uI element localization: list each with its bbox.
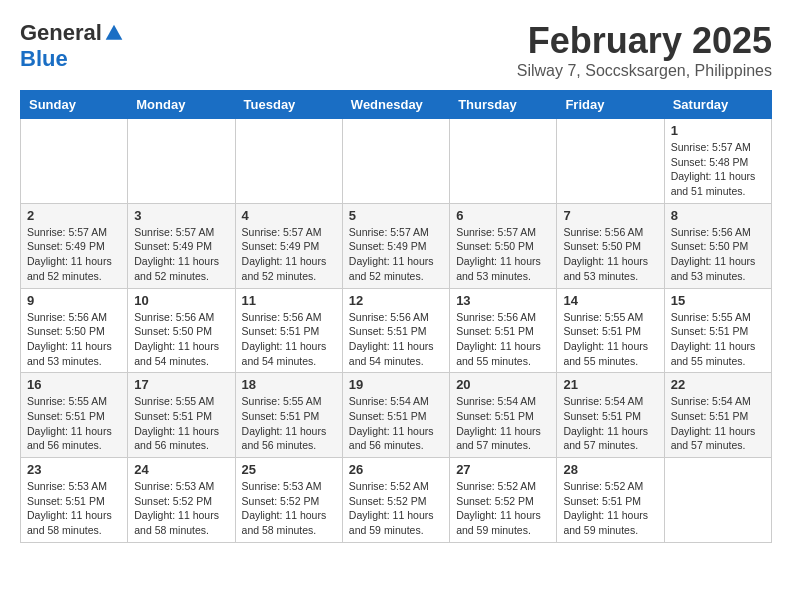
day-info: Sunrise: 5:55 AM Sunset: 5:51 PM Dayligh… [671, 310, 765, 369]
calendar: SundayMondayTuesdayWednesdayThursdayFrid… [20, 90, 772, 543]
day-number: 10 [134, 293, 228, 308]
day-number: 6 [456, 208, 550, 223]
day-number: 7 [563, 208, 657, 223]
day-info: Sunrise: 5:57 AM Sunset: 5:49 PM Dayligh… [242, 225, 336, 284]
calendar-header-thursday: Thursday [450, 91, 557, 119]
calendar-cell: 20Sunrise: 5:54 AM Sunset: 5:51 PM Dayli… [450, 373, 557, 458]
calendar-cell: 18Sunrise: 5:55 AM Sunset: 5:51 PM Dayli… [235, 373, 342, 458]
logo: General Blue [20, 20, 124, 72]
day-number: 28 [563, 462, 657, 477]
calendar-cell: 10Sunrise: 5:56 AM Sunset: 5:50 PM Dayli… [128, 288, 235, 373]
day-info: Sunrise: 5:56 AM Sunset: 5:51 PM Dayligh… [456, 310, 550, 369]
calendar-cell: 26Sunrise: 5:52 AM Sunset: 5:52 PM Dayli… [342, 458, 449, 543]
day-info: Sunrise: 5:52 AM Sunset: 5:51 PM Dayligh… [563, 479, 657, 538]
calendar-week-3: 9Sunrise: 5:56 AM Sunset: 5:50 PM Daylig… [21, 288, 772, 373]
calendar-cell [450, 119, 557, 204]
calendar-cell [557, 119, 664, 204]
calendar-cell: 19Sunrise: 5:54 AM Sunset: 5:51 PM Dayli… [342, 373, 449, 458]
day-number: 24 [134, 462, 228, 477]
day-info: Sunrise: 5:57 AM Sunset: 5:48 PM Dayligh… [671, 140, 765, 199]
day-number: 17 [134, 377, 228, 392]
day-info: Sunrise: 5:52 AM Sunset: 5:52 PM Dayligh… [349, 479, 443, 538]
calendar-header-row: SundayMondayTuesdayWednesdayThursdayFrid… [21, 91, 772, 119]
calendar-cell: 5Sunrise: 5:57 AM Sunset: 5:49 PM Daylig… [342, 203, 449, 288]
calendar-cell: 13Sunrise: 5:56 AM Sunset: 5:51 PM Dayli… [450, 288, 557, 373]
day-number: 22 [671, 377, 765, 392]
calendar-header-sunday: Sunday [21, 91, 128, 119]
calendar-header-monday: Monday [128, 91, 235, 119]
day-number: 27 [456, 462, 550, 477]
day-number: 2 [27, 208, 121, 223]
day-info: Sunrise: 5:53 AM Sunset: 5:52 PM Dayligh… [134, 479, 228, 538]
calendar-cell [235, 119, 342, 204]
calendar-cell: 23Sunrise: 5:53 AM Sunset: 5:51 PM Dayli… [21, 458, 128, 543]
day-info: Sunrise: 5:55 AM Sunset: 5:51 PM Dayligh… [563, 310, 657, 369]
title-area: February 2025 Silway 7, Soccsksargen, Ph… [517, 20, 772, 80]
main-title: February 2025 [517, 20, 772, 62]
day-info: Sunrise: 5:56 AM Sunset: 5:51 PM Dayligh… [349, 310, 443, 369]
day-info: Sunrise: 5:55 AM Sunset: 5:51 PM Dayligh… [134, 394, 228, 453]
day-number: 4 [242, 208, 336, 223]
day-info: Sunrise: 5:56 AM Sunset: 5:50 PM Dayligh… [27, 310, 121, 369]
calendar-cell: 27Sunrise: 5:52 AM Sunset: 5:52 PM Dayli… [450, 458, 557, 543]
calendar-cell: 17Sunrise: 5:55 AM Sunset: 5:51 PM Dayli… [128, 373, 235, 458]
day-info: Sunrise: 5:54 AM Sunset: 5:51 PM Dayligh… [349, 394, 443, 453]
calendar-week-1: 1Sunrise: 5:57 AM Sunset: 5:48 PM Daylig… [21, 119, 772, 204]
calendar-header-wednesday: Wednesday [342, 91, 449, 119]
calendar-header-friday: Friday [557, 91, 664, 119]
calendar-cell: 8Sunrise: 5:56 AM Sunset: 5:50 PM Daylig… [664, 203, 771, 288]
calendar-cell: 24Sunrise: 5:53 AM Sunset: 5:52 PM Dayli… [128, 458, 235, 543]
day-number: 15 [671, 293, 765, 308]
day-info: Sunrise: 5:55 AM Sunset: 5:51 PM Dayligh… [242, 394, 336, 453]
calendar-cell: 4Sunrise: 5:57 AM Sunset: 5:49 PM Daylig… [235, 203, 342, 288]
day-info: Sunrise: 5:57 AM Sunset: 5:50 PM Dayligh… [456, 225, 550, 284]
day-info: Sunrise: 5:53 AM Sunset: 5:51 PM Dayligh… [27, 479, 121, 538]
calendar-week-2: 2Sunrise: 5:57 AM Sunset: 5:49 PM Daylig… [21, 203, 772, 288]
logo-general-text: General [20, 20, 102, 46]
day-number: 18 [242, 377, 336, 392]
calendar-cell: 14Sunrise: 5:55 AM Sunset: 5:51 PM Dayli… [557, 288, 664, 373]
day-info: Sunrise: 5:52 AM Sunset: 5:52 PM Dayligh… [456, 479, 550, 538]
logo-icon [104, 23, 124, 43]
calendar-header-saturday: Saturday [664, 91, 771, 119]
day-number: 5 [349, 208, 443, 223]
calendar-cell: 11Sunrise: 5:56 AM Sunset: 5:51 PM Dayli… [235, 288, 342, 373]
logo-blue-text: Blue [20, 46, 68, 72]
calendar-cell [21, 119, 128, 204]
day-number: 20 [456, 377, 550, 392]
day-info: Sunrise: 5:56 AM Sunset: 5:50 PM Dayligh… [134, 310, 228, 369]
calendar-cell: 12Sunrise: 5:56 AM Sunset: 5:51 PM Dayli… [342, 288, 449, 373]
day-number: 9 [27, 293, 121, 308]
day-number: 19 [349, 377, 443, 392]
calendar-cell [342, 119, 449, 204]
calendar-cell: 9Sunrise: 5:56 AM Sunset: 5:50 PM Daylig… [21, 288, 128, 373]
day-number: 11 [242, 293, 336, 308]
calendar-cell: 25Sunrise: 5:53 AM Sunset: 5:52 PM Dayli… [235, 458, 342, 543]
day-info: Sunrise: 5:56 AM Sunset: 5:50 PM Dayligh… [563, 225, 657, 284]
day-number: 13 [456, 293, 550, 308]
day-number: 21 [563, 377, 657, 392]
calendar-cell [664, 458, 771, 543]
day-info: Sunrise: 5:54 AM Sunset: 5:51 PM Dayligh… [456, 394, 550, 453]
calendar-cell: 16Sunrise: 5:55 AM Sunset: 5:51 PM Dayli… [21, 373, 128, 458]
svg-marker-0 [106, 25, 123, 40]
calendar-header-tuesday: Tuesday [235, 91, 342, 119]
day-number: 23 [27, 462, 121, 477]
calendar-week-4: 16Sunrise: 5:55 AM Sunset: 5:51 PM Dayli… [21, 373, 772, 458]
day-number: 3 [134, 208, 228, 223]
day-info: Sunrise: 5:57 AM Sunset: 5:49 PM Dayligh… [27, 225, 121, 284]
subtitle: Silway 7, Soccsksargen, Philippines [517, 62, 772, 80]
calendar-cell: 28Sunrise: 5:52 AM Sunset: 5:51 PM Dayli… [557, 458, 664, 543]
day-number: 26 [349, 462, 443, 477]
calendar-week-5: 23Sunrise: 5:53 AM Sunset: 5:51 PM Dayli… [21, 458, 772, 543]
calendar-cell: 3Sunrise: 5:57 AM Sunset: 5:49 PM Daylig… [128, 203, 235, 288]
day-number: 25 [242, 462, 336, 477]
day-number: 12 [349, 293, 443, 308]
day-info: Sunrise: 5:56 AM Sunset: 5:51 PM Dayligh… [242, 310, 336, 369]
day-info: Sunrise: 5:55 AM Sunset: 5:51 PM Dayligh… [27, 394, 121, 453]
calendar-cell: 21Sunrise: 5:54 AM Sunset: 5:51 PM Dayli… [557, 373, 664, 458]
day-number: 8 [671, 208, 765, 223]
day-info: Sunrise: 5:54 AM Sunset: 5:51 PM Dayligh… [563, 394, 657, 453]
day-info: Sunrise: 5:57 AM Sunset: 5:49 PM Dayligh… [134, 225, 228, 284]
day-info: Sunrise: 5:54 AM Sunset: 5:51 PM Dayligh… [671, 394, 765, 453]
